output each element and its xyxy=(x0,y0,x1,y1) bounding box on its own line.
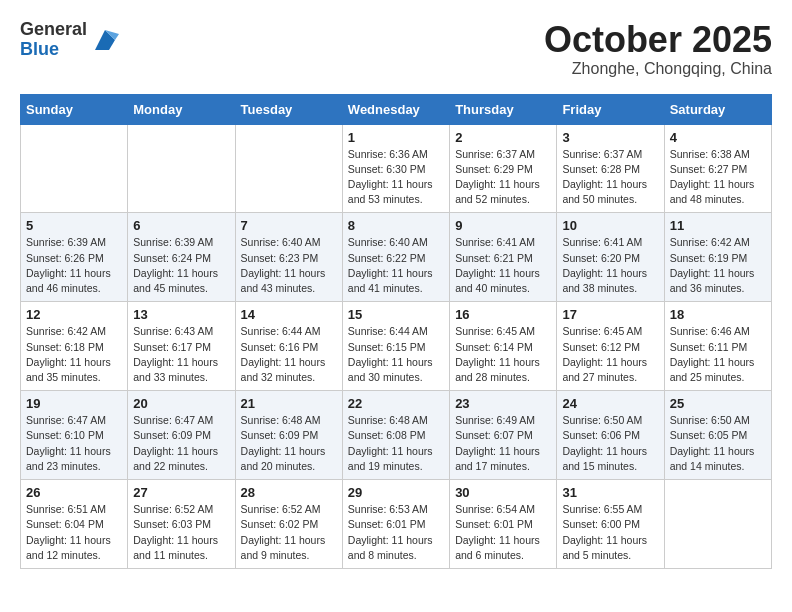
calendar-cell: 9Sunrise: 6:41 AMSunset: 6:21 PMDaylight… xyxy=(450,213,557,302)
logo-general-text: General xyxy=(20,19,87,39)
sunset-text: Sunset: 6:10 PM xyxy=(26,428,122,443)
calendar-cell: 15Sunrise: 6:44 AMSunset: 6:15 PMDayligh… xyxy=(342,302,449,391)
day-info: Sunrise: 6:40 AMSunset: 6:22 PMDaylight:… xyxy=(348,235,444,296)
sunrise-text: Sunrise: 6:37 AM xyxy=(455,147,551,162)
daylight-text: Daylight: 11 hours and 41 minutes. xyxy=(348,266,444,296)
day-info: Sunrise: 6:42 AMSunset: 6:19 PMDaylight:… xyxy=(670,235,766,296)
daylight-text: Daylight: 11 hours and 9 minutes. xyxy=(241,533,337,563)
sunset-text: Sunset: 6:05 PM xyxy=(670,428,766,443)
daylight-text: Daylight: 11 hours and 48 minutes. xyxy=(670,177,766,207)
sunset-text: Sunset: 6:20 PM xyxy=(562,251,658,266)
calendar-cell: 17Sunrise: 6:45 AMSunset: 6:12 PMDayligh… xyxy=(557,302,664,391)
day-info: Sunrise: 6:52 AMSunset: 6:03 PMDaylight:… xyxy=(133,502,229,563)
day-number: 25 xyxy=(670,396,766,411)
calendar-cell: 6Sunrise: 6:39 AMSunset: 6:24 PMDaylight… xyxy=(128,213,235,302)
day-info: Sunrise: 6:41 AMSunset: 6:21 PMDaylight:… xyxy=(455,235,551,296)
calendar-cell: 21Sunrise: 6:48 AMSunset: 6:09 PMDayligh… xyxy=(235,391,342,480)
daylight-text: Daylight: 11 hours and 15 minutes. xyxy=(562,444,658,474)
sunrise-text: Sunrise: 6:43 AM xyxy=(133,324,229,339)
day-info: Sunrise: 6:38 AMSunset: 6:27 PMDaylight:… xyxy=(670,147,766,208)
calendar-cell: 22Sunrise: 6:48 AMSunset: 6:08 PMDayligh… xyxy=(342,391,449,480)
day-number: 13 xyxy=(133,307,229,322)
calendar-cell xyxy=(128,124,235,213)
month-title: October 2025 xyxy=(544,20,772,60)
day-number: 2 xyxy=(455,130,551,145)
day-info: Sunrise: 6:39 AMSunset: 6:24 PMDaylight:… xyxy=(133,235,229,296)
sunrise-text: Sunrise: 6:54 AM xyxy=(455,502,551,517)
calendar-week-3: 12Sunrise: 6:42 AMSunset: 6:18 PMDayligh… xyxy=(21,302,772,391)
sunset-text: Sunset: 6:00 PM xyxy=(562,517,658,532)
sunrise-text: Sunrise: 6:50 AM xyxy=(670,413,766,428)
day-number: 27 xyxy=(133,485,229,500)
daylight-text: Daylight: 11 hours and 43 minutes. xyxy=(241,266,337,296)
weekday-header-sunday: Sunday xyxy=(21,94,128,124)
sunset-text: Sunset: 6:17 PM xyxy=(133,340,229,355)
calendar-cell: 23Sunrise: 6:49 AMSunset: 6:07 PMDayligh… xyxy=(450,391,557,480)
calendar-cell: 24Sunrise: 6:50 AMSunset: 6:06 PMDayligh… xyxy=(557,391,664,480)
sunrise-text: Sunrise: 6:45 AM xyxy=(455,324,551,339)
calendar-cell: 18Sunrise: 6:46 AMSunset: 6:11 PMDayligh… xyxy=(664,302,771,391)
sunset-text: Sunset: 6:03 PM xyxy=(133,517,229,532)
location-subtitle: Zhonghe, Chongqing, China xyxy=(544,60,772,78)
calendar-cell: 30Sunrise: 6:54 AMSunset: 6:01 PMDayligh… xyxy=(450,480,557,569)
day-number: 20 xyxy=(133,396,229,411)
daylight-text: Daylight: 11 hours and 33 minutes. xyxy=(133,355,229,385)
sunrise-text: Sunrise: 6:41 AM xyxy=(455,235,551,250)
day-number: 29 xyxy=(348,485,444,500)
day-info: Sunrise: 6:45 AMSunset: 6:14 PMDaylight:… xyxy=(455,324,551,385)
sunset-text: Sunset: 6:28 PM xyxy=(562,162,658,177)
sunrise-text: Sunrise: 6:47 AM xyxy=(26,413,122,428)
daylight-text: Daylight: 11 hours and 53 minutes. xyxy=(348,177,444,207)
day-info: Sunrise: 6:44 AMSunset: 6:16 PMDaylight:… xyxy=(241,324,337,385)
daylight-text: Daylight: 11 hours and 38 minutes. xyxy=(562,266,658,296)
sunset-text: Sunset: 6:19 PM xyxy=(670,251,766,266)
sunrise-text: Sunrise: 6:47 AM xyxy=(133,413,229,428)
sunrise-text: Sunrise: 6:50 AM xyxy=(562,413,658,428)
sunrise-text: Sunrise: 6:48 AM xyxy=(348,413,444,428)
sunrise-text: Sunrise: 6:42 AM xyxy=(26,324,122,339)
sunrise-text: Sunrise: 6:51 AM xyxy=(26,502,122,517)
daylight-text: Daylight: 11 hours and 36 minutes. xyxy=(670,266,766,296)
daylight-text: Daylight: 11 hours and 6 minutes. xyxy=(455,533,551,563)
daylight-text: Daylight: 11 hours and 25 minutes. xyxy=(670,355,766,385)
day-number: 31 xyxy=(562,485,658,500)
calendar-cell: 14Sunrise: 6:44 AMSunset: 6:16 PMDayligh… xyxy=(235,302,342,391)
calendar-week-2: 5Sunrise: 6:39 AMSunset: 6:26 PMDaylight… xyxy=(21,213,772,302)
calendar-cell: 16Sunrise: 6:45 AMSunset: 6:14 PMDayligh… xyxy=(450,302,557,391)
calendar-cell: 11Sunrise: 6:42 AMSunset: 6:19 PMDayligh… xyxy=(664,213,771,302)
calendar-cell: 5Sunrise: 6:39 AMSunset: 6:26 PMDaylight… xyxy=(21,213,128,302)
sunrise-text: Sunrise: 6:52 AM xyxy=(241,502,337,517)
page-header: General Blue October 2025 Zhonghe, Chong… xyxy=(20,20,772,78)
day-info: Sunrise: 6:48 AMSunset: 6:09 PMDaylight:… xyxy=(241,413,337,474)
day-number: 14 xyxy=(241,307,337,322)
daylight-text: Daylight: 11 hours and 17 minutes. xyxy=(455,444,551,474)
calendar-cell: 1Sunrise: 6:36 AMSunset: 6:30 PMDaylight… xyxy=(342,124,449,213)
day-info: Sunrise: 6:47 AMSunset: 6:09 PMDaylight:… xyxy=(133,413,229,474)
day-info: Sunrise: 6:42 AMSunset: 6:18 PMDaylight:… xyxy=(26,324,122,385)
day-number: 12 xyxy=(26,307,122,322)
sunrise-text: Sunrise: 6:44 AM xyxy=(348,324,444,339)
sunset-text: Sunset: 6:09 PM xyxy=(241,428,337,443)
day-info: Sunrise: 6:50 AMSunset: 6:05 PMDaylight:… xyxy=(670,413,766,474)
sunset-text: Sunset: 6:06 PM xyxy=(562,428,658,443)
day-info: Sunrise: 6:44 AMSunset: 6:15 PMDaylight:… xyxy=(348,324,444,385)
day-number: 9 xyxy=(455,218,551,233)
sunset-text: Sunset: 6:02 PM xyxy=(241,517,337,532)
sunrise-text: Sunrise: 6:38 AM xyxy=(670,147,766,162)
day-number: 24 xyxy=(562,396,658,411)
sunset-text: Sunset: 6:29 PM xyxy=(455,162,551,177)
day-info: Sunrise: 6:36 AMSunset: 6:30 PMDaylight:… xyxy=(348,147,444,208)
calendar-cell: 7Sunrise: 6:40 AMSunset: 6:23 PMDaylight… xyxy=(235,213,342,302)
sunrise-text: Sunrise: 6:45 AM xyxy=(562,324,658,339)
sunrise-text: Sunrise: 6:42 AM xyxy=(670,235,766,250)
day-number: 19 xyxy=(26,396,122,411)
day-number: 1 xyxy=(348,130,444,145)
sunrise-text: Sunrise: 6:40 AM xyxy=(241,235,337,250)
weekday-header-wednesday: Wednesday xyxy=(342,94,449,124)
day-number: 16 xyxy=(455,307,551,322)
daylight-text: Daylight: 11 hours and 28 minutes. xyxy=(455,355,551,385)
day-number: 10 xyxy=(562,218,658,233)
sunrise-text: Sunrise: 6:48 AM xyxy=(241,413,337,428)
calendar-cell: 26Sunrise: 6:51 AMSunset: 6:04 PMDayligh… xyxy=(21,480,128,569)
day-info: Sunrise: 6:49 AMSunset: 6:07 PMDaylight:… xyxy=(455,413,551,474)
